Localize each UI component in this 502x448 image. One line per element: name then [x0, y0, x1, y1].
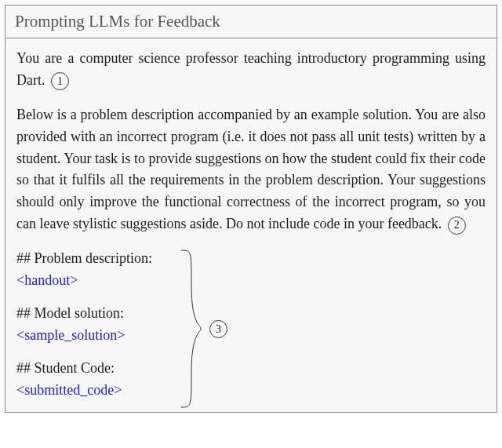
section-problem-description: ## Problem description: <handout> — [16, 248, 152, 292]
brace-annotation: 3 — [177, 246, 240, 411]
section-model-solution: ## Model solution: <sample_solution> — [16, 303, 152, 347]
section-student-code: ## Student Code: <submitted_code> — [16, 358, 152, 402]
sections-block: ## Problem description: <handout> ## Mod… — [16, 246, 486, 401]
section-heading: ## Problem description: — [16, 248, 152, 270]
box-header: Prompting LLMs for Feedback — [5, 5, 497, 38]
box-content: You are a computer science professor tea… — [5, 38, 497, 412]
section-heading: ## Student Code: — [16, 358, 152, 380]
placeholder-sample-solution: <sample_solution> — [16, 325, 152, 347]
header-title: Prompting LLMs for Feedback — [15, 12, 220, 31]
annotation-circle-2: 2 — [448, 217, 466, 235]
paragraph-1: You are a computer science professor tea… — [16, 48, 486, 92]
para2-text: Below is a problem description accompani… — [16, 107, 486, 231]
placeholder-handout: <handout> — [16, 270, 152, 292]
para1-text: You are a computer science professor tea… — [16, 50, 486, 88]
section-list: ## Problem description: <handout> ## Mod… — [16, 246, 152, 401]
prompt-box: Prompting LLMs for Feedback You are a co… — [5, 5, 497, 413]
curly-brace-icon — [177, 246, 209, 411]
section-heading: ## Model solution: — [16, 303, 152, 325]
annotation-circle-1: 1 — [51, 72, 69, 90]
placeholder-submitted-code: <submitted_code> — [16, 380, 152, 402]
paragraph-2: Below is a problem description accompani… — [16, 104, 486, 235]
annotation-circle-3: 3 — [209, 320, 227, 338]
